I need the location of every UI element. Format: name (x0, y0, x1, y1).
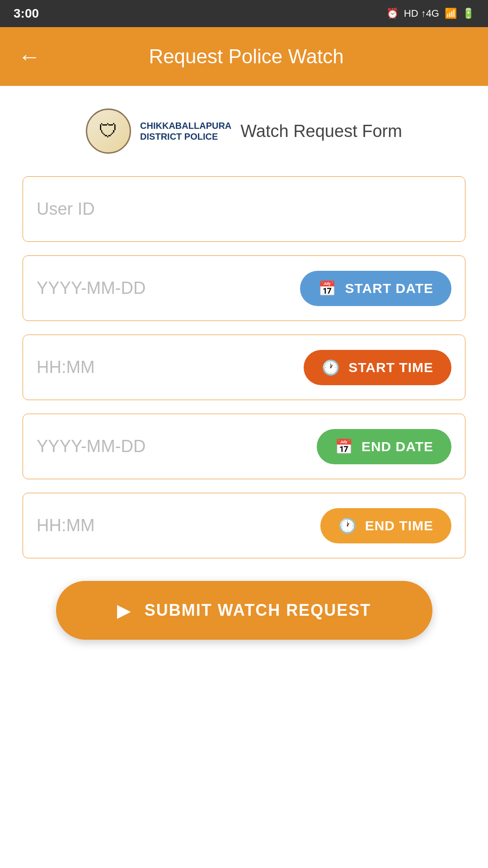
main-content: 🛡 CHIKKABALLAPURADISTRICT POLICE Watch R… (0, 86, 488, 868)
start-time-button[interactable]: 🕐 START TIME (304, 350, 451, 385)
end-time-placeholder: HH:MM (37, 516, 95, 535)
police-emblem: 🛡 (86, 108, 131, 154)
page-title: Request Police Watch (59, 45, 434, 68)
emblem-icon: 🛡 (99, 120, 118, 142)
start-time-field: HH:MM 🕐 START TIME (23, 335, 465, 400)
calendar-icon: 📅 (318, 280, 337, 297)
logo-text: CHIKKABALLAPURADISTRICT POLICE (140, 120, 231, 142)
send-icon: ▶ (117, 600, 131, 621)
submit-label: SUBMIT WATCH REQUEST (145, 601, 371, 620)
network-info: HD ↑4G (404, 8, 439, 19)
start-date-placeholder: YYYY-MM-DD (37, 278, 145, 298)
status-icons: ⏰ HD ↑4G 📶 🔋 (386, 8, 474, 19)
signal-icon: 📶 (445, 8, 457, 19)
end-time-button[interactable]: 🕐 END TIME (320, 508, 451, 543)
start-date-label: START DATE (345, 281, 433, 296)
alarm-icon: ⏰ (386, 8, 399, 19)
end-date-placeholder: YYYY-MM-DD (37, 437, 145, 456)
status-bar: 3:00 ⏰ HD ↑4G 📶 🔋 (0, 0, 488, 27)
user-id-placeholder: User ID (37, 199, 95, 219)
end-date-label: END DATE (361, 439, 433, 454)
calendar-icon-end: 📅 (335, 438, 353, 455)
form-title: Watch Request Form (240, 122, 402, 141)
start-date-field: YYYY-MM-DD 📅 START DATE (23, 255, 465, 321)
clock-icon-end: 🕐 (338, 517, 357, 534)
start-time-label: START TIME (348, 360, 433, 375)
back-button[interactable]: ← (18, 43, 41, 70)
clock-icon-start: 🕐 (322, 359, 340, 376)
end-time-field: HH:MM 🕐 END TIME (23, 493, 465, 558)
battery-icon: 🔋 (462, 8, 474, 19)
logo-section: 🛡 CHIKKABALLAPURADISTRICT POLICE Watch R… (86, 108, 402, 154)
start-date-button[interactable]: 📅 START DATE (300, 271, 451, 306)
submit-button[interactable]: ▶ SUBMIT WATCH REQUEST (56, 581, 432, 640)
end-date-button[interactable]: 📅 END DATE (317, 429, 451, 464)
app-header: ← Request Police Watch (0, 27, 488, 86)
start-time-placeholder: HH:MM (37, 358, 95, 377)
end-time-label: END TIME (365, 518, 433, 533)
user-id-field[interactable]: User ID (23, 176, 465, 242)
end-date-field: YYYY-MM-DD 📅 END DATE (23, 414, 465, 479)
brand-name: CHIKKABALLAPURADISTRICT POLICE (140, 120, 231, 142)
status-time: 3:00 (14, 6, 39, 21)
